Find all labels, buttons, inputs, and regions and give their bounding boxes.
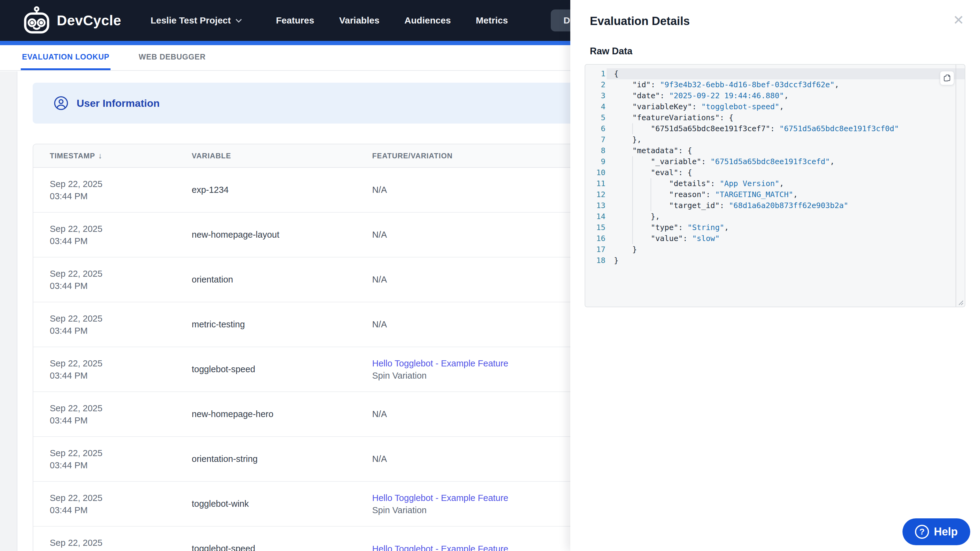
- line-number: 12: [585, 189, 605, 200]
- code-line: 6 "6751d5a65bdc8ee191f3cef7": "6751d5a65…: [585, 123, 965, 134]
- column-header-variable[interactable]: VARIABLE: [175, 152, 356, 160]
- line-number: 16: [585, 233, 605, 244]
- code-line: 13 "target_id": "68d1a6a20b873ff62e903b2…: [585, 200, 965, 211]
- copy-button[interactable]: [940, 71, 955, 86]
- line-number: 2: [585, 79, 605, 90]
- timestamp-time: 03:44 PM: [50, 325, 175, 337]
- cell-timestamp: Sep 22, 202503:44 PM: [33, 447, 175, 472]
- banner-title: User Information: [76, 97, 160, 109]
- table-row[interactable]: Sep 22, 202503:44 PMmetric-testingN/A: [33, 302, 618, 347]
- feature-link[interactable]: Hello Togglebot - Example Feature: [372, 544, 508, 551]
- line-number: 3: [585, 90, 605, 101]
- code-line: 17 }: [585, 244, 965, 255]
- panel-title: Evaluation Details: [590, 15, 690, 28]
- line-number: 14: [585, 211, 605, 222]
- table-body: Sep 22, 202503:44 PMexp-1234N/ASep 22, 2…: [33, 168, 618, 551]
- code-line: 8 "metadata": {: [585, 145, 965, 156]
- help-label: Help: [934, 526, 958, 538]
- column-header-timestamp[interactable]: TIMESTAMP↓: [33, 151, 175, 160]
- tab-evaluation-lookup[interactable]: EVALUATION LOOKUP: [21, 45, 111, 70]
- line-number: 13: [585, 200, 605, 211]
- line-number: 1: [585, 68, 605, 79]
- feature-link[interactable]: Hello Togglebot - Example Feature: [372, 493, 508, 503]
- code-line: 10 "eval": {: [585, 167, 965, 178]
- code-line: 11 "details": "App Version",: [585, 178, 965, 189]
- brand[interactable]: DevCycle: [22, 6, 121, 35]
- code-line: 9 "_variable": "6751d5a65bdc8ee191f3cefd…: [585, 156, 965, 167]
- code-text: }: [607, 255, 965, 266]
- code-text: "metadata": {: [607, 145, 965, 156]
- line-number: 5: [585, 112, 605, 123]
- code-line: 1{: [585, 68, 965, 79]
- nav-item-features[interactable]: Features: [276, 15, 314, 25]
- cell-timestamp: Sep 22, 202503:44 PM: [33, 402, 175, 427]
- line-number: 10: [585, 167, 605, 178]
- code-line: 14 },: [585, 211, 965, 222]
- code-line: 15 "type": "String",: [585, 222, 965, 233]
- resize-handle[interactable]: [958, 300, 964, 306]
- timestamp-time: 03:44 PM: [50, 504, 175, 516]
- indent-guide: [651, 178, 651, 189]
- project-selector[interactable]: Leslie Test Project: [151, 15, 240, 25]
- indent-guide: [632, 222, 633, 233]
- line-number: 9: [585, 156, 605, 167]
- table-row[interactable]: Sep 22, 202503:44 PMexp-1234N/A: [33, 168, 618, 213]
- cell-timestamp: Sep 22, 202503:44 PM: [33, 268, 175, 292]
- code-line: 3 "date": "2025-09-22 19:44:46.880",: [585, 90, 965, 101]
- raw-data-code-block[interactable]: 1{2 "id": "9f3e4b32-6ebb-4d16-8bef-03dcc…: [585, 64, 965, 307]
- close-icon[interactable]: ✕: [953, 13, 964, 27]
- line-number: 18: [585, 255, 605, 266]
- code-text: "reason": "TARGETING_MATCH",: [607, 189, 965, 200]
- table-row[interactable]: Sep 22, 202503:44 PMnew-homepage-layoutN…: [33, 213, 618, 257]
- timestamp-time: 03:44 PM: [50, 235, 175, 247]
- indent-guide: [632, 200, 633, 211]
- brand-name: DevCycle: [57, 12, 121, 29]
- indent-guide: [632, 211, 633, 222]
- nav-item-metrics[interactable]: Metrics: [476, 15, 508, 25]
- timestamp-date: Sep 22, 2025: [50, 268, 175, 280]
- code-line: 7 },: [585, 134, 965, 145]
- code-line: 5 "featureVariations": {: [585, 112, 965, 123]
- code-line: 2 "id": "9f3e4b32-6ebb-4d16-8bef-03dccf3…: [585, 79, 965, 90]
- timestamp-time: 03:44 PM: [50, 190, 175, 202]
- code-text: }: [607, 244, 965, 255]
- line-number: 6: [585, 123, 605, 134]
- table-row[interactable]: Sep 22, 202503:44 PMnew-homepage-heroN/A: [33, 392, 618, 437]
- project-name: Leslie Test Project: [151, 15, 231, 25]
- indent-guide: [632, 189, 633, 200]
- not-applicable-value: N/A: [372, 454, 387, 464]
- indent-guide: [632, 178, 633, 189]
- line-number: 11: [585, 178, 605, 189]
- timestamp-time: 03:44 PM: [50, 414, 175, 427]
- timestamp-date: Sep 22, 2025: [50, 313, 175, 325]
- code-text: "details": "App Version",: [607, 178, 965, 189]
- table-row[interactable]: Sep 22, 202503:44 PMtogglebot-speedHello…: [33, 347, 618, 392]
- help-button[interactable]: ? Help: [902, 518, 970, 545]
- feature-link[interactable]: Hello Togglebot - Example Feature: [372, 359, 508, 368]
- app-window: DevCycle Leslie Test Project Features Va…: [0, 0, 980, 551]
- timestamp-time: 03:44 PM: [50, 280, 175, 292]
- code-text: "eval": {: [607, 167, 965, 178]
- code-text: "value": "slow": [607, 233, 965, 244]
- nav-item-variables[interactable]: Variables: [339, 15, 379, 25]
- cell-variable: togglebot-speed: [175, 544, 356, 551]
- cell-variable: new-homepage-hero: [175, 409, 356, 419]
- table-row[interactable]: Sep 22, 202503:44 PMorientationN/A: [33, 257, 618, 302]
- table-row[interactable]: Sep 22, 202503:44 PMtogglebot-speedHello…: [33, 527, 618, 551]
- table-row[interactable]: Sep 22, 202503:44 PMtogglebot-winkHello …: [33, 482, 618, 527]
- scrollbar-track[interactable]: [956, 65, 956, 306]
- code-line: 12 "reason": "TARGETING_MATCH",: [585, 189, 965, 200]
- cell-timestamp: Sep 22, 202503:44 PM: [33, 492, 175, 516]
- timestamp-date: Sep 22, 2025: [50, 357, 175, 370]
- tab-web-debugger[interactable]: WEB DEBUGGER: [137, 45, 207, 70]
- main-nav: Leslie Test Project Features Variables A…: [151, 10, 631, 32]
- devcycle-logo-icon: [22, 6, 51, 35]
- user-information-banner[interactable]: User Information: [33, 83, 613, 124]
- table-row[interactable]: Sep 22, 202503:44 PMorientation-stringN/…: [33, 437, 618, 482]
- cell-variable: orientation: [175, 275, 356, 285]
- indent-guide: [632, 233, 633, 244]
- timestamp-time: 03:44 PM: [50, 459, 175, 472]
- raw-data-label: Raw Data: [590, 46, 633, 57]
- not-applicable-value: N/A: [372, 230, 387, 240]
- nav-item-audiences[interactable]: Audiences: [404, 15, 451, 25]
